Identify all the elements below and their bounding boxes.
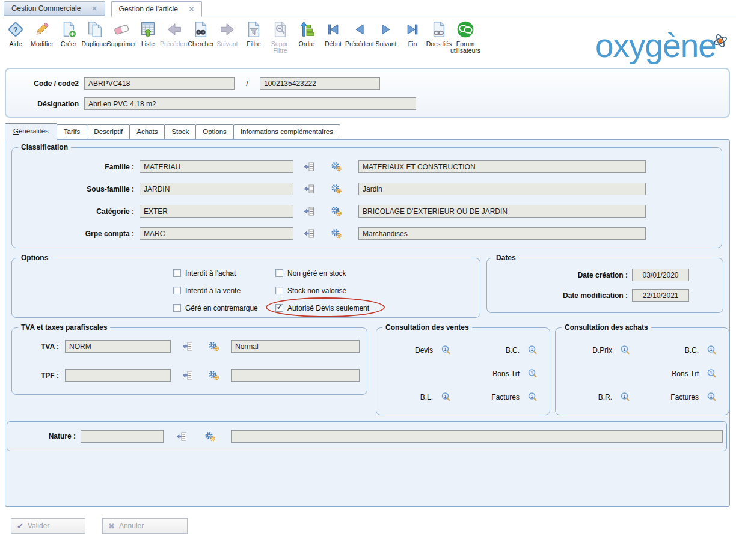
list-select-icon[interactable] xyxy=(180,371,194,380)
list-select-icon[interactable] xyxy=(180,342,194,351)
code-separator: / xyxy=(235,79,260,88)
achats-factures-cell: Factures 1 xyxy=(659,392,717,402)
valider-button[interactable]: ✔ Valider xyxy=(11,518,85,534)
tab-achats[interactable]: Achats xyxy=(129,124,165,139)
ventes-bl-lookup-button[interactable]: 1 xyxy=(441,392,451,402)
docs-lies-button[interactable]: Docs liés xyxy=(426,18,452,47)
window-tab-gestion-commerciale[interactable]: Gestion Commerciale ✕ xyxy=(4,1,105,16)
checkbox-non-gere-stock[interactable] xyxy=(275,269,283,277)
classification-legend: Classification xyxy=(18,143,71,151)
svg-text:1: 1 xyxy=(710,371,713,375)
famille-desc-field[interactable]: MATERIAUX ET CONSTRUCTION xyxy=(358,160,646,173)
fin-button[interactable]: Fin xyxy=(399,18,426,47)
list-select-icon[interactable] xyxy=(174,432,188,441)
supprimer-button[interactable]: Supprimer xyxy=(108,18,135,47)
modifier-button[interactable]: Modifier xyxy=(29,18,55,47)
gears-icon[interactable] xyxy=(207,341,220,352)
list-select-icon[interactable] xyxy=(302,162,315,171)
search-binoculars-icon xyxy=(192,18,210,41)
grpe-compta-code-field[interactable]: MARC xyxy=(140,227,293,240)
achats-br-lookup-button[interactable]: 1 xyxy=(620,392,630,402)
ordre-button[interactable]: Ordre xyxy=(293,18,320,47)
aide-button[interactable]: ? Aide xyxy=(2,18,29,47)
tpf-code-field[interactable] xyxy=(65,369,171,382)
categorie-code-field[interactable]: EXTER xyxy=(140,205,293,218)
gears-icon[interactable] xyxy=(330,162,343,172)
close-icon[interactable]: ✕ xyxy=(91,5,97,13)
tpf-label: TPF : xyxy=(12,371,65,380)
checkbox-interdit-vente[interactable] xyxy=(173,287,181,294)
suppr-filtre-button[interactable]: Suppr. Filtre xyxy=(267,18,293,54)
tab-tarifs[interactable]: Tarifs xyxy=(57,124,87,139)
nature-label: Nature : xyxy=(7,432,81,440)
achats-factures-lookup-button[interactable]: 1 xyxy=(707,392,717,402)
checkbox-stock-non-valorise[interactable] xyxy=(275,287,283,294)
tva-desc-field[interactable]: Normal xyxy=(231,340,360,353)
date-creation-label: Date création : xyxy=(578,271,628,279)
precedent-nav-button[interactable]: Précédent xyxy=(346,18,373,47)
famille-row: Famille : MATERIAU MATERIAUX ET CONSTRUC… xyxy=(12,156,722,178)
gears-icon[interactable] xyxy=(330,228,343,239)
code2-field[interactable]: 1002135423222 xyxy=(260,77,380,90)
ventes-devis-cell: Devis 1 xyxy=(393,345,451,355)
date-creation-row: Date création : 03/01/2020 xyxy=(487,269,723,281)
tab-informations-complementaires[interactable]: Informations complémentaires xyxy=(233,124,340,139)
tab-stock[interactable]: Stock xyxy=(164,124,196,139)
designation-field[interactable]: Abri en PVC 4.18 m2 xyxy=(84,97,416,110)
filtre-button[interactable]: Filtre xyxy=(241,18,267,47)
svg-text:1: 1 xyxy=(531,347,533,352)
nature-code-field[interactable] xyxy=(81,430,164,443)
suivant-record-button[interactable]: Suivant xyxy=(214,18,241,47)
debut-button[interactable]: Début xyxy=(320,18,346,47)
list-select-icon[interactable] xyxy=(302,229,315,238)
date-creation-field[interactable]: 03/01/2020 xyxy=(632,269,689,281)
gears-icon[interactable] xyxy=(207,370,220,380)
creer-button[interactable]: Créer xyxy=(55,18,82,47)
achats-dprix-lookup-button[interactable]: 1 xyxy=(620,345,630,355)
date-modification-field[interactable]: 22/10/2021 xyxy=(632,289,689,302)
nature-desc-field[interactable] xyxy=(231,430,723,443)
tab-generalites[interactable]: Généralités xyxy=(5,123,57,141)
liste-button[interactable]: Liste xyxy=(135,18,161,47)
tab-options[interactable]: Options xyxy=(195,124,234,139)
precedent-record-button[interactable]: Précédent xyxy=(161,18,188,47)
famille-code-field[interactable]: MATERIAU xyxy=(140,160,293,173)
checkbox-autorise-devis-seulement[interactable] xyxy=(275,304,283,312)
suivant-nav-button[interactable]: Suivant xyxy=(373,18,399,47)
achats-bc-lookup-button[interactable]: 1 xyxy=(707,345,717,355)
achats-bons-trf-lookup-button[interactable]: 1 xyxy=(707,368,717,379)
linked-docs-icon xyxy=(430,18,448,41)
grpe-compta-desc-field[interactable]: Marchandises xyxy=(358,227,646,240)
list-select-icon[interactable] xyxy=(302,207,315,216)
forum-utilisateurs-button[interactable]: Forum utilisateurs xyxy=(452,18,479,54)
ventes-bc-lookup-button[interactable]: 1 xyxy=(527,345,538,355)
categorie-desc-field[interactable]: BRICOLAGE D'EXTERIEUR OU DE JARDIN xyxy=(358,205,646,218)
ventes-bons-trf-lookup-button[interactable]: 1 xyxy=(527,368,538,379)
filter-remove-icon xyxy=(271,18,289,41)
sous-famille-desc-field[interactable]: Jardin xyxy=(358,183,646,195)
code-field[interactable]: ABRPVC418 xyxy=(84,77,235,90)
list-select-icon[interactable] xyxy=(302,184,315,193)
tab-descriptif[interactable]: Descriptif xyxy=(87,124,130,139)
gears-icon[interactable] xyxy=(330,206,343,216)
annuler-button[interactable]: ✖ Annuler xyxy=(102,518,188,534)
ventes-devis-lookup-button[interactable]: 1 xyxy=(441,345,451,355)
gears-icon[interactable] xyxy=(330,184,343,194)
window-tab-gestion-article[interactable]: Gestion de l'article ✕ xyxy=(111,1,203,17)
date-modification-label: Date modification : xyxy=(563,291,628,300)
options-groupbox: Options Interdit à l'achat Interdit à la… xyxy=(11,258,480,318)
tva-code-field[interactable]: NORM xyxy=(65,340,171,353)
sous-famille-code-field[interactable]: JARDIN xyxy=(140,183,293,195)
dupliquer-button[interactable]: Dupliquer xyxy=(82,18,108,47)
tpf-desc-field[interactable] xyxy=(231,369,360,382)
close-icon[interactable]: ✕ xyxy=(189,5,194,13)
sort-order-icon xyxy=(298,18,316,41)
gears-icon[interactable] xyxy=(203,431,216,442)
achats-bons-trf-cell: Bons Trf 1 xyxy=(659,368,717,379)
chercher-button[interactable]: Chercher xyxy=(188,18,214,47)
classification-groupbox: Classification Famille : MATERIAU MATERI… xyxy=(11,147,722,248)
ventes-factures-lookup-button[interactable]: 1 xyxy=(527,392,538,402)
checkbox-gere-contremarque[interactable] xyxy=(173,304,181,312)
tva-row: TVA : NORM Normal xyxy=(12,340,367,353)
checkbox-interdit-achat[interactable] xyxy=(173,269,181,277)
